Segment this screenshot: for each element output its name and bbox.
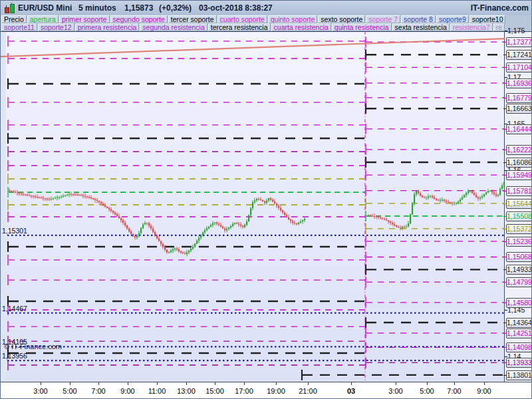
price-level-label: 1,15372 <box>506 224 532 234</box>
price-level-label: 1,14580 <box>506 298 532 308</box>
time-tick <box>98 382 99 385</box>
price-level-label: 1,15236 <box>506 237 532 247</box>
time-label: 3:00 <box>33 387 47 395</box>
time-label: 13:00 <box>177 387 196 395</box>
time-tick <box>351 382 352 385</box>
price-level-label: 1,15949 <box>506 170 532 180</box>
price-level-label: 1,16936 <box>506 78 532 88</box>
time-label: 5:00 <box>420 387 434 395</box>
time-label: 21:00 <box>299 387 317 395</box>
price-level-label: 1,17377 <box>506 37 532 47</box>
time-axis[interactable]: 3:005:007:009:0011:0013:0015:0017:0019:0… <box>1 382 532 399</box>
time-tick <box>215 382 215 385</box>
left-price-label: 1,14467 <box>2 305 27 313</box>
time-label: 3:00 <box>388 387 402 395</box>
time-tick <box>454 382 455 385</box>
left-price-label: 1,15301 <box>2 227 27 235</box>
time-tick <box>308 382 309 385</box>
time-label: 9:00 <box>120 387 134 395</box>
chart-window: EUR/USD Mini 5 minutos 1,15873 (+0,32%) … <box>0 0 532 399</box>
time-label: 17:00 <box>235 387 253 395</box>
time-tick <box>276 382 277 385</box>
price-level-label: 1,13933 <box>506 358 532 368</box>
price-chart[interactable] <box>1 1 532 399</box>
time-label: 7:00 <box>447 387 461 395</box>
price-level-label: 1,17104 <box>506 63 532 72</box>
time-label: 9:00 <box>477 387 491 395</box>
price-level-label: 1,17241 <box>506 50 532 60</box>
price-level-label: 1,14251 <box>506 329 532 338</box>
time-tick <box>128 382 128 385</box>
time-label: 19:00 <box>267 387 285 395</box>
price-level-label: 1,15508 <box>506 211 532 221</box>
price-level-label: 1,16086 <box>506 158 532 168</box>
price-level-label: 1,13801 <box>506 370 532 380</box>
price-level-label: 1,15781 <box>506 186 532 196</box>
time-tick <box>70 382 70 385</box>
time-tick <box>396 382 396 385</box>
time-tick <box>186 382 187 385</box>
time-label: 03 <box>347 387 355 395</box>
time-tick <box>41 382 41 385</box>
axis-tick-label: 1,175 <box>507 27 531 35</box>
time-tick <box>244 382 245 385</box>
price-level-label: 1,14364 <box>506 318 532 328</box>
price-level-label: 1,16444 <box>506 124 532 134</box>
price-level-label: 1,16779 <box>506 93 532 103</box>
price-level-label: 1,15644 <box>506 199 532 209</box>
time-tick <box>157 382 158 385</box>
price-level-label: 1,15068 <box>506 252 532 262</box>
time-label: 11:00 <box>148 387 166 395</box>
time-tick <box>484 382 485 385</box>
price-level-label: 1,16222 <box>506 145 532 155</box>
price-level-label: 1,16663 <box>506 104 532 114</box>
time-tick <box>427 382 428 385</box>
price-level-label: 1,14933 <box>506 265 532 275</box>
time-label: 7:00 <box>91 387 105 395</box>
copyright-label: © IT-Finance.com <box>4 342 62 350</box>
price-level-label: 1,14799 <box>506 277 532 287</box>
time-label: 15:00 <box>205 387 224 395</box>
left-price-label: 1,13956 <box>2 352 27 360</box>
time-label: 5:00 <box>63 387 76 395</box>
price-level-label: 1,14098 <box>506 342 532 352</box>
